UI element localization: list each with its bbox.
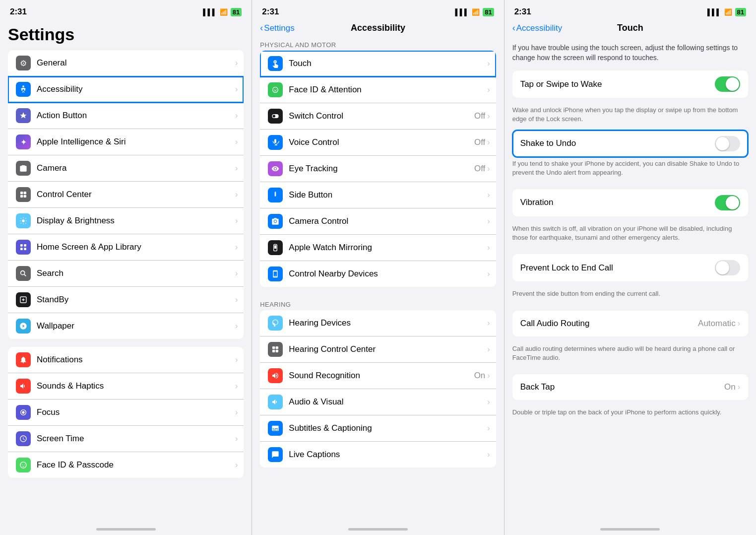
accessibility-item-side-button[interactable]: Side Button › <box>260 182 496 208</box>
back-tap-row[interactable]: Back Tap On › <box>512 374 748 400</box>
settings-group-notifications: Notifications › Sounds & Haptics › Focus… <box>8 347 244 478</box>
accessibility-item-live-captions[interactable]: Live Captions › <box>260 442 496 468</box>
vibration-section: Vibration <box>512 189 748 216</box>
panel-settings: 2:31 ▌▌▌ 📶 81 Settings ⚙ General › Acces… <box>0 0 252 535</box>
accessibility-item-sound-recognition[interactable]: Sound Recognition On › <box>260 363 496 389</box>
accessibility-item-eye-tracking[interactable]: Eye Tracking Off › <box>260 156 496 182</box>
chevron-subtitles: › <box>487 424 490 433</box>
status-time-2: 2:31 <box>262 7 279 17</box>
svg-point-18 <box>274 220 277 223</box>
eye-tracking-value: Off <box>474 164 485 174</box>
accessibility-item-hearing-devices[interactable]: Hearing Devices › <box>260 310 496 336</box>
touch-intro-text: If you have trouble using the touch scre… <box>504 37 756 65</box>
svg-rect-21 <box>272 346 275 349</box>
accessibility-icon <box>16 82 31 97</box>
settings-item-action-button[interactable]: Action Button › <box>8 103 244 129</box>
settings-item-focus[interactable]: Focus › <box>8 400 244 426</box>
back-label-2: Settings <box>264 23 294 33</box>
accessibility-item-subtitles[interactable]: Subtitles & Captioning › <box>260 415 496 442</box>
chevron-action: › <box>235 111 238 120</box>
status-bar-3: 2:31 ▌▌▌ 📶 81 <box>504 0 756 21</box>
subtitles-label: Subtitles & Captioning <box>289 423 487 433</box>
display-label: Display & Brightness <box>37 216 235 226</box>
chevron-search: › <box>235 269 238 278</box>
status-time-3: 2:31 <box>514 7 531 17</box>
settings-item-screen-time[interactable]: Screen Time › <box>8 426 244 452</box>
chevron-cc: › <box>235 190 238 199</box>
hearing-list: Hearing Devices › Hearing Control Center… <box>260 310 496 468</box>
control-center-label: Control Center <box>37 190 235 200</box>
back-button-3[interactable]: ‹ Accessibility <box>512 23 563 33</box>
accessibility-item-voice-control[interactable]: Voice Control Off › <box>260 130 496 156</box>
voice-control-value: Off <box>474 137 485 147</box>
voice-control-label: Voice Control <box>289 137 474 147</box>
touch-settings-content[interactable]: If you have trouble using the touch scre… <box>504 37 756 523</box>
status-icons-2: ▌▌▌ 📶 81 <box>455 8 494 16</box>
accessibility-item-camera-control[interactable]: Camera Control › <box>260 208 496 235</box>
settings-item-accessibility[interactable]: Accessibility › <box>8 76 244 103</box>
settings-item-notifications[interactable]: Notifications › <box>8 347 244 373</box>
nav-title-3: Touch <box>617 23 643 33</box>
settings-item-siri[interactable]: ✦ Apple Intelligence & Siri › <box>8 129 244 155</box>
accessibility-item-switch-control[interactable]: Switch Control Off › <box>260 103 496 130</box>
back-label-3: Accessibility <box>516 23 563 33</box>
hearing-header: HEARING <box>252 297 504 310</box>
tap-swipe-row[interactable]: Tap or Swipe to Wake <box>512 70 748 98</box>
settings-item-sounds[interactable]: Sounds & Haptics › <box>8 373 244 400</box>
back-tap-value: On <box>724 382 736 392</box>
hearing-devices-label: Hearing Devices <box>289 318 487 328</box>
camera-label: Camera <box>37 163 235 173</box>
settings-item-standby[interactable]: StandBy › <box>8 287 244 313</box>
vibration-toggle[interactable] <box>715 195 740 210</box>
sounds-icon <box>16 379 31 394</box>
settings-list-1[interactable]: ⚙ General › Accessibility › Action Butto… <box>0 50 252 523</box>
physical-motor-header: PHYSICAL AND MOTOR <box>252 37 504 51</box>
tap-swipe-toggle[interactable] <box>715 76 740 92</box>
accessibility-item-watch-mirror[interactable]: Apple Watch Mirroring › <box>260 235 496 261</box>
chevron-watch-mirror: › <box>487 243 490 252</box>
settings-item-control-center[interactable]: Control Center › <box>8 182 244 208</box>
prevent-lock-row[interactable]: Prevent Lock to End Call <box>512 254 748 281</box>
accessibility-item-hearing-cc[interactable]: Hearing Control Center › <box>260 336 496 363</box>
home-indicator-2 <box>252 523 504 535</box>
chevron-control-nearby: › <box>487 269 490 278</box>
battery-icon-2: 81 <box>483 8 494 16</box>
chevron-faceid-att: › <box>487 85 490 94</box>
screen-time-icon <box>16 431 31 446</box>
wallpaper-icon <box>16 319 31 334</box>
accessibility-item-faceid[interactable]: Face ID & Attention › <box>260 77 496 103</box>
back-button-2[interactable]: ‹ Settings <box>260 23 294 33</box>
home-screen-icon <box>16 240 31 255</box>
settings-item-general[interactable]: ⚙ General › <box>8 50 244 76</box>
accessibility-item-touch[interactable]: Touch › <box>260 51 496 77</box>
back-tap-label: Back Tap <box>520 382 724 392</box>
chevron-switch-control: › <box>487 112 490 121</box>
action-button-icon <box>16 108 31 123</box>
vibration-row[interactable]: Vibration <box>512 189 748 216</box>
status-bar-1: 2:31 ▌▌▌ 📶 81 <box>0 0 252 21</box>
accessibility-label: Accessibility <box>37 84 235 94</box>
settings-item-home-screen[interactable]: Home Screen & App Library › <box>8 234 244 261</box>
prevent-lock-section: Prevent Lock to End Call <box>512 254 748 281</box>
prevent-lock-toggle[interactable] <box>715 260 740 275</box>
settings-item-faceid[interactable]: Face ID & Passcode › <box>8 452 244 478</box>
chevron-camera-control: › <box>487 217 490 226</box>
back-tap-section: Back Tap On › <box>512 374 748 400</box>
wifi-icon-2: 📶 <box>472 8 480 16</box>
accessibility-list[interactable]: PHYSICAL AND MOTOR Touch › Face ID & Att… <box>252 37 504 523</box>
shake-undo-toggle[interactable] <box>715 136 740 151</box>
battery-icon-1: 81 <box>231 8 242 16</box>
settings-item-camera[interactable]: Camera › <box>8 155 244 182</box>
switch-control-icon <box>268 109 283 124</box>
call-audio-row[interactable]: Call Audio Routing Automatic › <box>512 311 748 336</box>
settings-item-wallpaper[interactable]: Wallpaper › <box>8 313 244 339</box>
shake-undo-row[interactable]: Shake to Undo <box>512 130 748 157</box>
accessibility-item-audio-visual[interactable]: Audio & Visual › <box>260 389 496 415</box>
audio-visual-icon <box>268 395 283 409</box>
notifications-icon <box>16 352 31 367</box>
settings-item-display[interactable]: Display & Brightness › <box>8 208 244 234</box>
accessibility-item-control-nearby[interactable]: Control Nearby Devices › <box>260 261 496 287</box>
settings-item-search[interactable]: Search › <box>8 261 244 287</box>
chevron-screen-time: › <box>235 434 238 443</box>
status-time-1: 2:31 <box>10 7 27 17</box>
